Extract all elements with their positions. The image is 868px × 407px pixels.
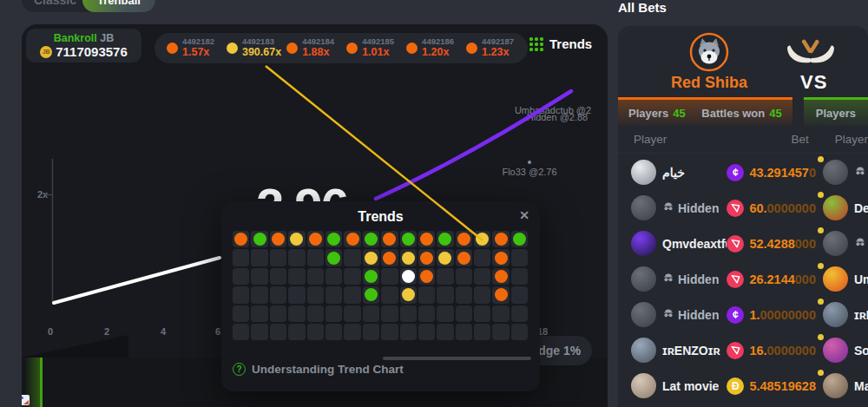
bet-row-right: H <box>823 226 868 261</box>
tab-classic[interactable]: Classic <box>22 0 76 7</box>
incognito-icon <box>662 200 674 215</box>
bet-amount: 16.0000000 <box>749 344 816 358</box>
trend-cell <box>418 268 435 285</box>
status-dot-icon <box>818 263 824 269</box>
trend-cell <box>511 231 528 247</box>
trend-dot-icon <box>476 233 489 246</box>
result-dot-icon <box>227 43 238 54</box>
history-item[interactable]: 44921841.88x <box>281 37 341 58</box>
trend-cell <box>270 286 286 303</box>
history-item[interactable]: 44921821.57x <box>161 37 221 58</box>
bet-row-left: Hidden26.2144000 <box>618 261 816 297</box>
bet-row-left: خيام¢43.2914570 <box>618 154 816 190</box>
avatar <box>631 195 656 220</box>
trend-dot-icon <box>402 233 415 246</box>
players-label-right: Players <box>816 107 856 120</box>
avatar <box>823 231 848 256</box>
trend-cell <box>251 249 267 266</box>
player-name: Um <box>854 272 868 286</box>
header-player: Player <box>618 133 736 146</box>
cashout-annotation: Hidden @2.88 <box>527 112 589 122</box>
trend-cell <box>418 231 435 247</box>
trends-button-label: Trends <box>549 36 592 51</box>
x-axis-tick: 4 <box>161 326 166 337</box>
trend-cell <box>511 305 528 322</box>
trend-cell <box>233 305 249 322</box>
help-icon: ? <box>233 363 246 376</box>
trend-cell <box>363 324 379 340</box>
player-name: Dev <box>854 201 868 215</box>
avatar <box>823 195 848 220</box>
help-label: Understanding Trend Chart <box>252 363 404 376</box>
trend-cell <box>381 305 398 322</box>
trenball-game-page: Classic Trenball 2x 024618 Bankroll JB J… <box>0 0 868 407</box>
status-dot-icon <box>818 227 824 233</box>
trend-cell <box>418 305 435 322</box>
tab-team-right[interactable]: Players <box>804 97 868 126</box>
trend-cell <box>456 249 472 266</box>
bankroll-amount: 7117093576 <box>56 44 128 59</box>
players-label: Players <box>628 107 668 120</box>
bankroll-tag: JB <box>100 32 114 44</box>
jb-coin-icon: JB <box>40 46 52 58</box>
trends-modal-title: Trends <box>221 209 540 225</box>
trend-dot-icon <box>327 233 340 246</box>
avatar <box>823 338 848 363</box>
trend-cell <box>474 249 490 266</box>
team-left-name: Red Shiba <box>640 74 779 92</box>
trx-coin-icon <box>727 235 744 253</box>
trend-cell <box>251 231 267 247</box>
trend-cell <box>233 268 249 285</box>
tab-trenball[interactable]: Trenball <box>82 0 155 12</box>
history-item[interactable]: 44921861.20x <box>401 37 461 58</box>
trend-cell <box>511 324 528 340</box>
trend-cell <box>363 249 379 266</box>
bet-row-right: ɪʀEN <box>823 297 868 332</box>
bankroll-label: Bankroll <box>54 32 97 44</box>
trend-dot-icon <box>346 233 359 246</box>
status-dot-icon <box>818 192 824 198</box>
header-bet: Bet <box>736 133 808 146</box>
trend-cell <box>270 231 286 247</box>
history-item[interactable]: 4492183390.67x <box>221 37 281 58</box>
result-dot-icon <box>286 43 298 54</box>
history-item[interactable]: 44921851.01x <box>341 37 401 58</box>
close-icon[interactable]: ✕ <box>519 208 529 222</box>
history-item[interactable]: 44921871.23x <box>461 37 521 58</box>
bet-amount: 43.2914570 <box>749 166 816 180</box>
result-dot-icon <box>406 43 418 54</box>
trend-cell <box>492 305 509 322</box>
trend-cell <box>344 249 360 266</box>
incognito-icon <box>854 236 866 251</box>
horizontal-scrollbar[interactable] <box>383 357 531 360</box>
bet-amount: 60.0000000 <box>749 201 816 215</box>
trend-dot-icon <box>513 233 526 246</box>
vs-label: VS <box>800 71 827 94</box>
trend-dot-icon <box>402 252 415 265</box>
incognito-icon <box>662 272 674 286</box>
trend-dot-icon <box>420 270 433 283</box>
trx-coin-icon <box>727 342 744 359</box>
trend-dot-icon <box>495 233 508 246</box>
trend-cell <box>363 231 379 247</box>
trend-cell <box>307 305 324 322</box>
trend-dot-icon <box>402 270 415 283</box>
trend-cell <box>288 324 305 340</box>
trend-cell <box>437 286 453 303</box>
trend-cell <box>363 305 379 322</box>
bet-row-right: Dev <box>823 190 868 226</box>
trend-dot-icon <box>495 288 508 301</box>
trends-button[interactable]: Trends <box>529 36 592 51</box>
bet-row-right: H <box>823 154 868 190</box>
trend-cell <box>233 249 249 266</box>
trend-cell <box>251 268 267 285</box>
trend-chart-help[interactable]: ? Understanding Trend Chart <box>233 363 404 376</box>
players-value: 45 <box>673 107 685 120</box>
trends-grid-icon <box>529 37 543 51</box>
trend-cell <box>456 286 472 303</box>
trend-dot-icon <box>272 233 285 246</box>
c-coin-icon: ¢ <box>727 164 744 181</box>
trend-cell <box>251 286 267 303</box>
trend-cell <box>400 249 417 266</box>
tab-team-left[interactable]: Players 45 Battles won 45 <box>618 97 792 126</box>
